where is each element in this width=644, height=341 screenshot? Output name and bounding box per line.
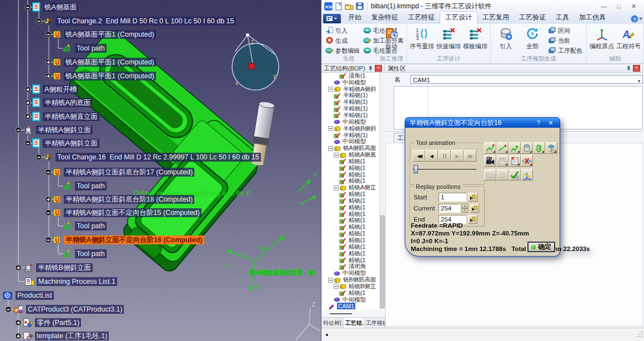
bop-tab-1[interactable]: 特征树(...: [321, 318, 344, 328]
slider-thumb[interactable]: [414, 165, 418, 173]
tree-node-label[interactable]: 半精铣A侧斜立面斜底台阶17 (Computed): [64, 168, 194, 177]
ribbon-button[interactable]: 快速编排: [436, 26, 461, 51]
expand-node-toggle[interactable]: [16, 265, 22, 271]
current-pointer-button[interactable]: [470, 204, 479, 213]
dialog-close-button[interactable]: ✕: [546, 119, 555, 127]
dg-cyl-button[interactable]: [521, 142, 533, 154]
tree-node-label[interactable]: template (工序1毛坯.1): [35, 332, 109, 340]
dg-camera-button[interactable]: [484, 169, 496, 180]
tree-node[interactable]: Machining Process List.1: [24, 277, 117, 286]
dg-report-button[interactable]: [509, 155, 521, 167]
start-pointer-button[interactable]: [468, 193, 477, 202]
bop-tree-node[interactable]: CAM1: [321, 303, 379, 310]
pause-button[interactable]: [438, 150, 451, 162]
maximize-button[interactable]: □: [611, 1, 626, 11]
3d-viewport[interactable]: Z x y W Z X Y Default reference machinin…: [0, 0, 321, 341]
tree-node[interactable]: 铣A侧基面平面1 (Computed): [53, 57, 156, 67]
tree-node-label[interactable]: ProductList: [16, 291, 54, 300]
dg-check-button[interactable]: [509, 169, 521, 180]
tab-7[interactable]: 工具: [551, 12, 574, 24]
props-close-icon[interactable]: ×: [633, 65, 640, 72]
bop-tab-2[interactable]: 工艺结...: [344, 318, 364, 328]
app-menu-button[interactable]: [323, 14, 341, 23]
tree-node-label[interactable]: Tool path: [75, 182, 107, 190]
tree-node[interactable]: 半精铣A侧斜立面不定向台阶16 (Computed): [53, 235, 204, 244]
dialog-title-bar[interactable]: 半精铣A侧斜立面不定向台阶16 ? ✕: [405, 117, 560, 128]
close-button[interactable]: ✕: [626, 1, 641, 11]
expand-node-toggle[interactable]: [25, 87, 31, 93]
ribbon-button[interactable]: 引入: [493, 26, 519, 51]
skip-to-start-button[interactable]: ◀◀: [412, 150, 425, 162]
tree-node[interactable]: ProductList: [2, 290, 54, 300]
ribbon-button[interactable]: 自动: [379, 26, 404, 51]
collapse-toggle[interactable]: [328, 278, 333, 283]
tree-node-label[interactable]: 半精铣A的底面: [43, 98, 92, 107]
collapse-toggle[interactable]: [334, 284, 339, 289]
animation-slider[interactable]: [412, 165, 482, 174]
dg-path-button[interactable]: [484, 142, 496, 154]
ribbon-small-button[interactable]: 区间: [546, 26, 584, 36]
current-spinner[interactable]: ▲▼: [462, 204, 468, 213]
ribbon-small-button[interactable]: 工序配色: [546, 46, 584, 56]
ribbon-small-button[interactable]: 引入: [324, 26, 361, 36]
tree-node[interactable]: 铣A侧基面: [32, 2, 78, 12]
expand-node-toggle[interactable]: [25, 100, 31, 106]
tree-node[interactable]: 半精铣A侧斜立面: [23, 125, 93, 134]
tree-node[interactable]: 铣A侧基面平面1 (Computed): [53, 71, 156, 81]
tree-node-label[interactable]: Tool path: [75, 222, 107, 230]
tab-5[interactable]: 工艺复用: [477, 12, 514, 24]
tree-node[interactable]: A侧粗开槽: [32, 84, 78, 94]
props-pin-icon[interactable]: [626, 66, 631, 71]
expand-node-toggle[interactable]: [25, 114, 31, 120]
expand-node-toggle[interactable]: [46, 197, 52, 203]
pin-icon[interactable]: [368, 66, 373, 71]
minimize-button[interactable]: —: [596, 1, 611, 11]
tree-node-label[interactable]: 半精铣A侧直立面: [43, 112, 99, 121]
collapse-node-toggle[interactable]: [46, 210, 52, 216]
expand-node-toggle[interactable]: [46, 59, 52, 66]
tree-node-label[interactable]: 半精铣A侧斜立面不定向台阶15 (Computed): [64, 208, 202, 217]
ribbon-small-button[interactable]: 参数编辑: [324, 46, 361, 56]
bop-close-icon[interactable]: ×: [375, 65, 382, 72]
tree-node-label[interactable]: 半精铣A侧斜立面: [43, 139, 99, 148]
tree-node-label[interactable]: 半精铣A侧斜立面: [36, 126, 93, 134]
tree-node[interactable]: 半精铣A的底面: [32, 98, 92, 107]
tree-node-label[interactable]: Tool path: [75, 44, 107, 53]
ribbon-button[interactable]: 全部: [520, 26, 545, 51]
tree-node[interactable]: Tool path: [61, 249, 107, 258]
collapse-toggle[interactable]: [328, 146, 333, 151]
bop-tree-node[interactable]: 中间模型: [321, 297, 379, 303]
tree-node-label[interactable]: 铣A侧基面平面1 (Computed): [64, 30, 156, 39]
tab-2[interactable]: 复杂特征: [366, 12, 403, 24]
open-file-icon[interactable]: [345, 2, 354, 10]
tree-node-label[interactable]: Machining Process List.1: [37, 277, 117, 286]
tree-node-label[interactable]: A侧粗开槽: [43, 85, 78, 94]
ribbon-button[interactable]: 编程原点: [589, 26, 615, 51]
expand-node-toggle[interactable]: [16, 333, 22, 339]
ribbon-button[interactable]: 123序号重排: [409, 26, 435, 51]
tree-node[interactable]: Tool path: [61, 43, 107, 53]
tree-node-label[interactable]: 半精铣B侧斜立面: [36, 263, 93, 272]
bop-tab-3[interactable]: 工序模板: [364, 318, 385, 328]
dg-line-button[interactable]: [496, 142, 509, 154]
bop-vertical-scrollbar[interactable]: [379, 73, 384, 310]
tree-node-label[interactable]: Tool path: [75, 249, 107, 258]
play-button[interactable]: ▶: [451, 150, 464, 162]
tree-node[interactable]: 铣A侧基面平面1 (Computed): [53, 29, 156, 39]
dg-collide-button[interactable]: [521, 155, 533, 167]
tree-node[interactable]: 半精铣A侧直立面: [32, 112, 99, 121]
collapse-toggle[interactable]: [328, 126, 333, 131]
tree-node[interactable]: CATProduct3 (CATProduct3.1): [13, 304, 124, 314]
ribbon-button[interactable]: 模板编排: [462, 26, 488, 51]
tree-node[interactable]: 半精铣A侧斜立面: [32, 138, 99, 148]
dg-skip-button[interactable]: [496, 169, 509, 180]
collapse-node-toggle[interactable]: [46, 169, 52, 175]
tree-node-label[interactable]: Tool Change.16 End Mill D 12 Rc 2.99997 …: [56, 153, 261, 162]
tree-node-label[interactable]: 铣A侧基面平面1 (Computed): [64, 58, 156, 67]
resize-grip[interactable]: [636, 330, 643, 340]
end-pointer-button[interactable]: [468, 215, 477, 224]
dialog-help-button[interactable]: ?: [534, 119, 543, 126]
tab-8[interactable]: 加工仿真: [574, 12, 611, 24]
tree-node[interactable]: template (工序1毛坯.1): [23, 331, 109, 340]
tree-node[interactable]: Tool path: [61, 181, 107, 190]
